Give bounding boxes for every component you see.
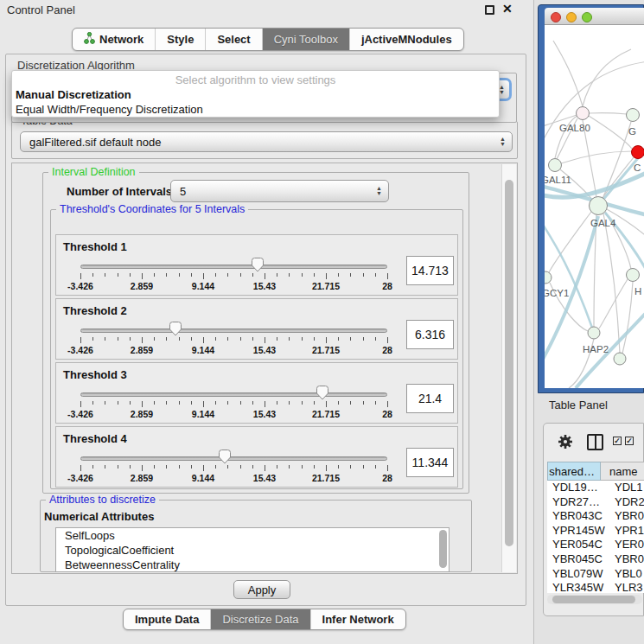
list-scrollbar-thumb[interactable] bbox=[439, 530, 447, 568]
slider-track[interactable] bbox=[80, 265, 387, 269]
column-header-shared-name[interactable]: shared… bbox=[547, 462, 601, 481]
node-label: G bbox=[628, 126, 636, 137]
table-row[interactable]: YDR27…YDR2 bbox=[547, 495, 644, 510]
cell-name[interactable]: YDR2 bbox=[611, 495, 644, 510]
minor-tick bbox=[191, 337, 192, 341]
cell-shared-name[interactable]: YLR345W bbox=[547, 581, 611, 593]
slider-handle[interactable] bbox=[218, 449, 232, 464]
minor-tick bbox=[118, 401, 118, 405]
minor-tick bbox=[314, 273, 315, 277]
close-traffic-light[interactable] bbox=[551, 12, 561, 22]
network-node-gal4[interactable] bbox=[590, 197, 608, 215]
network-edge[interactable] bbox=[603, 157, 634, 198]
dropdown-prompt-item[interactable]: Select algorithm to view settings bbox=[12, 73, 499, 87]
cell-shared-name[interactable]: YER054C bbox=[547, 538, 611, 552]
table-row[interactable]: YDL19…YDL1 bbox=[547, 481, 644, 495]
attribute-list-item[interactable]: BetweennessCentrality bbox=[56, 558, 449, 572]
horizontal-scrollbar[interactable] bbox=[547, 595, 642, 604]
table-row[interactable]: YER054CYER0 bbox=[547, 538, 644, 552]
numerical-attributes-list[interactable]: SelfLoopsTopologicalCoefficientBetweenne… bbox=[55, 527, 450, 572]
vertical-scrollbar[interactable] bbox=[501, 164, 516, 572]
cell-name[interactable]: YBL0 bbox=[611, 567, 644, 582]
cell-name[interactable]: YDL1 bbox=[611, 481, 644, 495]
tab-cyni-toolbox[interactable]: Cyni Toolbox bbox=[263, 29, 350, 50]
slider-track[interactable] bbox=[80, 456, 387, 461]
float-window-icon[interactable] bbox=[485, 5, 494, 15]
minor-tick bbox=[179, 465, 180, 469]
gear-icon[interactable] bbox=[558, 434, 573, 453]
cell-shared-name[interactable]: YDR27… bbox=[547, 495, 611, 510]
network-edge[interactable] bbox=[589, 113, 627, 114]
tab-select[interactable]: Select bbox=[206, 29, 262, 50]
cell-shared-name[interactable]: YBR043C bbox=[547, 509, 611, 524]
threshold-value-field[interactable]: 21.4 bbox=[406, 384, 454, 413]
network-edge[interactable] bbox=[589, 116, 632, 149]
tab-jactivemnodules[interactable]: jActiveMNodules bbox=[350, 29, 463, 50]
network-edge[interactable] bbox=[622, 282, 633, 354]
tab-network[interactable]: Network bbox=[73, 29, 156, 50]
tab-infer-network[interactable]: Infer Network bbox=[311, 609, 405, 629]
network-node[interactable] bbox=[614, 353, 626, 365]
network-edge[interactable] bbox=[553, 41, 583, 106]
slider-handle[interactable] bbox=[169, 321, 182, 336]
network-canvas[interactable]: GAL80GCGAL11GAL4GCY1HHAP2 bbox=[545, 25, 644, 388]
interval-definition-group: Interval Definition Number of Intervals … bbox=[42, 172, 469, 494]
attribute-list-item[interactable]: SelfLoops bbox=[56, 528, 449, 543]
cell-shared-name[interactable]: YDL19… bbox=[547, 481, 611, 495]
checkbox-icon[interactable]: ✓ bbox=[625, 437, 634, 445]
cell-shared-name[interactable]: YBL079W bbox=[547, 567, 611, 582]
network-node-gal11[interactable] bbox=[549, 159, 562, 172]
close-icon[interactable]: ✕ bbox=[502, 2, 513, 16]
threshold-value-field[interactable]: 14.713 bbox=[406, 256, 454, 285]
scrollbar-thumb[interactable] bbox=[552, 596, 635, 603]
slider-track[interactable] bbox=[80, 328, 387, 333]
cell-name[interactable]: YBR0 bbox=[611, 552, 644, 567]
network-edge[interactable] bbox=[599, 279, 628, 328]
network-node-gcy1[interactable] bbox=[545, 271, 552, 284]
network-node-g[interactable] bbox=[627, 109, 640, 122]
cell-name[interactable]: YPR1 bbox=[611, 524, 644, 539]
slider-handle[interactable] bbox=[251, 257, 265, 272]
minor-tick bbox=[227, 465, 228, 469]
threshold-value-field[interactable]: 11.344 bbox=[406, 448, 454, 477]
cell-shared-name[interactable]: YBR045C bbox=[547, 552, 611, 567]
cell-name[interactable]: YLR3 bbox=[611, 581, 644, 593]
network-edge[interactable] bbox=[561, 151, 632, 163]
cell-name[interactable]: YBR0 bbox=[611, 509, 644, 524]
cell-shared-name[interactable]: YPR145W bbox=[547, 524, 611, 539]
network-node-c[interactable] bbox=[632, 146, 644, 159]
attribute-list-item[interactable]: TopologicalCoefficient bbox=[56, 543, 449, 558]
table-row[interactable]: YBR043CYBR0 bbox=[547, 509, 644, 524]
table-row[interactable]: YBR045CYBR0 bbox=[547, 552, 644, 567]
network-window-titlebar[interactable] bbox=[545, 8, 644, 25]
network-node-gal80[interactable] bbox=[577, 107, 590, 120]
dropdown-option-equal-width-frequency[interactable]: Equal Width/Frequency Discretization bbox=[12, 102, 499, 117]
cell-name[interactable]: YER0 bbox=[611, 538, 644, 552]
minor-tick bbox=[240, 465, 241, 469]
bottom-tabbar: Impute Data Discretize Data Infer Networ… bbox=[123, 609, 406, 630]
network-node-h[interactable] bbox=[627, 269, 640, 282]
network-edge-highlighted[interactable] bbox=[545, 220, 592, 328]
number-of-intervals-combobox[interactable]: 5 ▲▼ bbox=[170, 180, 389, 202]
zoom-traffic-light[interactable] bbox=[582, 12, 592, 22]
scrollbar-thumb[interactable] bbox=[505, 180, 513, 546]
table-row[interactable]: YPR145WYPR1 bbox=[547, 524, 644, 539]
slider-track[interactable] bbox=[80, 392, 387, 397]
table-row[interactable]: YLR345WYLR3 bbox=[547, 581, 644, 593]
split-panel-icon[interactable] bbox=[587, 434, 603, 450]
minimize-traffic-light[interactable] bbox=[566, 12, 577, 22]
table-data-combobox[interactable]: galFiltered.sif default node ▲▼ bbox=[20, 131, 513, 152]
apply-button[interactable]: Apply bbox=[233, 580, 290, 599]
checkbox-icon[interactable]: ✓ bbox=[613, 437, 622, 445]
network-node-hap2[interactable] bbox=[588, 327, 600, 339]
threshold-value-field[interactable]: 6.316 bbox=[406, 320, 454, 349]
tick-label: 28 bbox=[382, 409, 392, 419]
tab-discretize-data[interactable]: Discretize Data bbox=[211, 609, 310, 629]
table-row[interactable]: YBL079WYBL0 bbox=[547, 567, 644, 582]
dropdown-option-manual-discretization[interactable]: Manual Discretization bbox=[12, 87, 499, 102]
tab-impute-data[interactable]: Impute Data bbox=[124, 609, 211, 629]
tab-style[interactable]: Style bbox=[156, 29, 206, 50]
slider-handle[interactable] bbox=[316, 385, 329, 400]
column-header-name[interactable]: name bbox=[601, 462, 644, 481]
network-edge[interactable] bbox=[583, 49, 631, 106]
